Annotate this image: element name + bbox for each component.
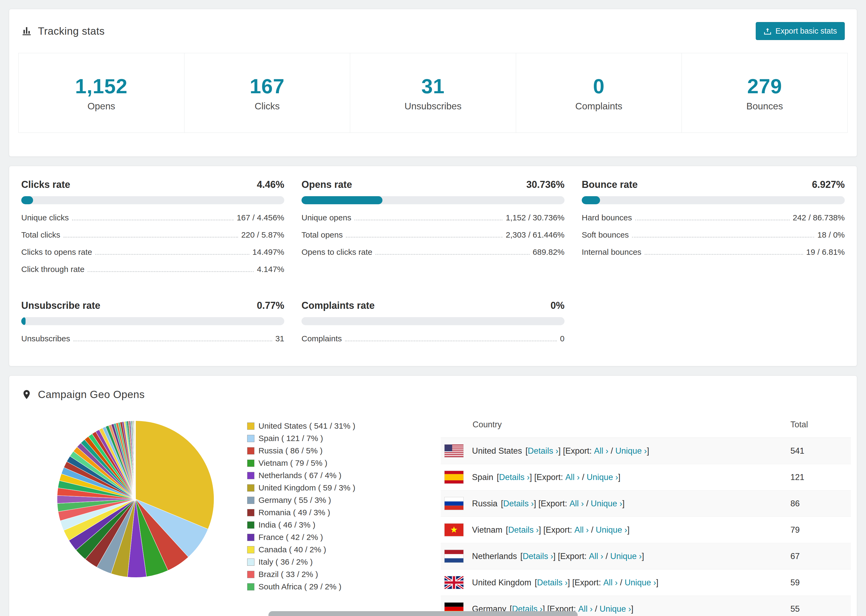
progress-bar-fill <box>21 317 25 325</box>
horizontal-scrollbar-thumb[interactable] <box>268 611 578 616</box>
legend-swatch-united-kingdom <box>247 484 254 492</box>
campaign-geo-opens-card: Campaign Geo Opens United States ( 541 /… <box>9 376 857 616</box>
legend-label: Italy ( 36 / 2% ) <box>258 558 313 567</box>
details-link-spain[interactable]: Details › <box>499 473 530 482</box>
metric-value: 31 <box>276 334 284 343</box>
export-all-link-netherlands[interactable]: All › <box>589 552 603 561</box>
flag-vn-icon <box>444 523 463 536</box>
details-link-united-states[interactable]: Details › <box>527 446 558 456</box>
metric-label: Complaints <box>301 334 342 343</box>
row-text: ] <box>656 578 659 588</box>
geo-table-header: CountryTotal <box>441 412 851 438</box>
legend-swatch-germany <box>247 497 254 504</box>
metric-row-click-through-rate: Click through rate4.147% <box>21 261 284 278</box>
stat-label-complaints: Complaints <box>516 101 682 112</box>
stat-box-clicks: 167Clicks <box>184 53 350 133</box>
metric-label: Clicks to opens rate <box>21 248 92 257</box>
country-name: Spain <box>472 473 493 482</box>
details-link-netherlands[interactable]: Details › <box>523 552 553 561</box>
legend-swatch-united-states <box>247 423 254 430</box>
geo-country-cell: Vietnam [Details ›] [Export: All › / Uni… <box>441 523 790 536</box>
export-unique-link-germany[interactable]: Unique › <box>600 604 631 614</box>
rate-percentage: 6.927% <box>812 179 845 190</box>
legend-item-romania: Romania ( 49 / 3% ) <box>247 506 398 519</box>
geo-row-united-states: United States [Details ›] [Export: All ›… <box>441 438 851 464</box>
export-basic-stats-button[interactable]: Export basic stats <box>756 22 845 40</box>
row-text: Export: <box>537 473 565 482</box>
details-link-vietnam[interactable]: Details › <box>508 525 539 535</box>
legend-item-russia: Russia ( 86 / 5% ) <box>247 445 398 457</box>
dotted-leader <box>346 237 502 237</box>
rate-block-unsubscribe-rate: Unsubscribe rate0.77%Unsubscribes31 <box>21 300 284 347</box>
rate-header-row: Complaints rate0% <box>301 300 565 311</box>
geo-legend: United States ( 541 / 31% )Spain ( 121 /… <box>247 420 398 593</box>
metric-label: Hard bounces <box>582 213 632 222</box>
legend-item-united-states: United States ( 541 / 31% ) <box>247 420 398 432</box>
legend-label: Spain ( 121 / 7% ) <box>258 434 323 443</box>
rate-block-opens-rate: Opens rate30.736%Unique opens1,152 / 30.… <box>301 179 565 278</box>
row-text: [ <box>504 525 508 535</box>
row-text: Export: <box>541 499 570 509</box>
rate-metrics: Hard bounces242 / 86.738%Soft bounces18 … <box>582 209 845 261</box>
stat-value-complaints: 0 <box>516 75 682 97</box>
geo-total-value: 55 <box>790 604 851 614</box>
metric-label: Total clicks <box>21 230 60 239</box>
row-text: [ <box>518 552 523 561</box>
export-all-link-vietnam[interactable]: All › <box>575 525 589 535</box>
geo-total-value: 59 <box>790 578 851 588</box>
row-text: ] [ <box>568 578 575 588</box>
legend-label: Germany ( 55 / 3% ) <box>258 496 331 505</box>
export-all-link-united-kingdom[interactable]: All › <box>603 578 617 588</box>
rate-title: Complaints rate <box>301 300 375 311</box>
progress-bar <box>301 196 565 204</box>
legend-label: Vietnam ( 79 / 5% ) <box>258 459 327 468</box>
metric-row-total-clicks: Total clicks220 / 5.87% <box>21 226 284 244</box>
metric-value: 18 / 0% <box>817 230 845 239</box>
export-all-link-united-states[interactable]: All › <box>594 446 608 456</box>
bar-chart-icon <box>21 26 32 36</box>
export-all-link-russia[interactable]: All › <box>569 499 584 509</box>
legend-swatch-romania <box>247 509 254 516</box>
metric-value: 0 <box>560 334 565 343</box>
row-text: / <box>618 578 625 588</box>
export-unique-link-vietnam[interactable]: Unique › <box>596 525 627 535</box>
stat-box-complaints: 0Complaints <box>516 53 682 133</box>
export-button-label: Export basic stats <box>775 27 837 36</box>
export-unique-link-russia[interactable]: Unique › <box>591 499 622 509</box>
geo-country-cell: Spain [Details ›] [Export: All › / Uniqu… <box>441 471 790 484</box>
tracking-stats-header: Tracking stats Export basic stats <box>9 9 857 49</box>
progress-bar-fill <box>21 196 33 204</box>
export-all-link-germany[interactable]: All › <box>578 604 592 614</box>
export-unique-link-spain[interactable]: Unique › <box>587 473 618 482</box>
country-name: Netherlands <box>472 552 517 561</box>
tracking-stats-title: Tracking stats <box>38 25 105 37</box>
rate-title: Unsubscribe rate <box>21 300 100 311</box>
stat-value-bounces: 279 <box>682 75 847 97</box>
details-link-russia[interactable]: Details › <box>503 499 534 509</box>
geo-country-cell: Netherlands [Details ›] [Export: All › /… <box>441 550 790 563</box>
row-text: ] [ <box>553 552 560 561</box>
rate-header-row: Opens rate30.736% <box>301 179 565 190</box>
progress-bar <box>21 317 284 325</box>
legend-label: France ( 42 / 2% ) <box>258 533 323 542</box>
rate-title: Opens rate <box>301 179 352 190</box>
geo-pie-chart <box>54 412 217 581</box>
export-unique-link-netherlands[interactable]: Unique › <box>610 552 642 561</box>
progress-bar-fill <box>301 196 383 204</box>
export-unique-link-united-states[interactable]: Unique › <box>615 446 647 456</box>
metric-value: 2,303 / 61.446% <box>505 230 565 239</box>
rates-grid: Clicks rate4.46%Unique clicks167 / 4.456… <box>21 179 845 347</box>
rate-title: Clicks rate <box>21 179 70 190</box>
stat-label-opens: Opens <box>19 101 184 112</box>
legend-item-south-africa: South Africa ( 29 / 2% ) <box>247 580 398 593</box>
legend-label: Netherlands ( 67 / 4% ) <box>258 471 341 480</box>
geo-row-netherlands: Netherlands [Details ›] [Export: All › /… <box>441 543 851 569</box>
details-link-united-kingdom[interactable]: Details › <box>537 578 568 588</box>
metric-value: 242 / 86.738% <box>793 213 845 222</box>
geo-total-value: 79 <box>790 525 851 535</box>
row-text: [ <box>532 578 537 588</box>
legend-item-italy: Italy ( 36 / 2% ) <box>247 556 398 568</box>
export-unique-link-united-kingdom[interactable]: Unique › <box>625 578 656 588</box>
export-all-link-spain[interactable]: All › <box>565 473 579 482</box>
legend-label: Romania ( 49 / 3% ) <box>258 508 330 517</box>
